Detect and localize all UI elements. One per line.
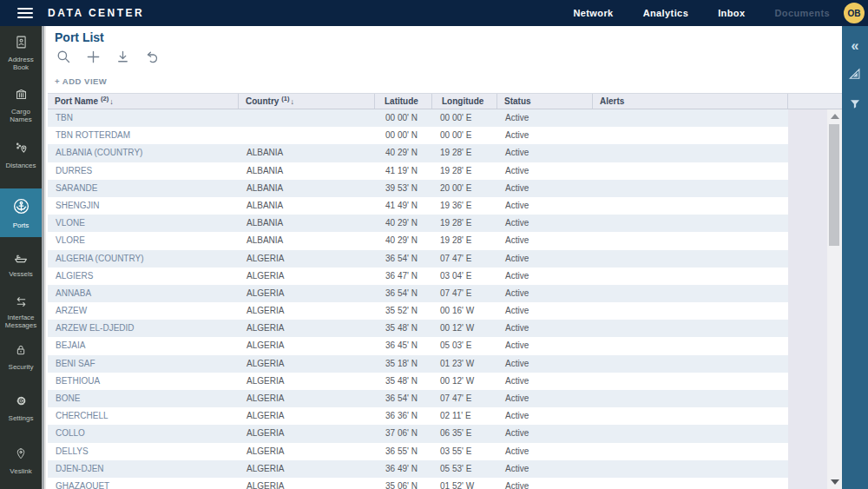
- table-row[interactable]: VLOREALBANIA40 29' N19 28' EActive: [48, 232, 788, 249]
- table-row[interactable]: SHENGJINALBANIA41 49' N19 36' EActive: [48, 197, 788, 215]
- table-cell: [593, 337, 788, 354]
- port-name-cell[interactable]: ALGERIA (COUNTRY): [48, 250, 239, 268]
- scrollbar-up-arrow-icon[interactable]: [831, 114, 839, 119]
- sidebar-item-interface-messages[interactable]: Interface Messages: [0, 294, 42, 331]
- table-row[interactable]: ANNABAALGERIA36 54' N07 47' EActive: [48, 285, 788, 302]
- table-row[interactable]: DJEN-DJENALGERIA36 49' N05 53' EActive: [48, 460, 788, 478]
- port-name-cell[interactable]: SARANDE: [48, 180, 239, 197]
- table-cell: Active: [497, 268, 593, 285]
- column-header-latitude[interactable]: Latitude: [375, 94, 432, 109]
- table-row[interactable]: GHAZAOUETALGERIA35 06' N01 52' WActive: [48, 478, 788, 489]
- table-cell: [593, 390, 788, 407]
- table-cell: ALGERIA: [239, 373, 375, 390]
- column-header-port-name[interactable]: Port Name(2)↓: [48, 94, 239, 109]
- table-row[interactable]: VLONEALBANIA40 29' N19 28' EActive: [48, 215, 788, 232]
- table-row[interactable]: ARZEW EL-DJEDIDALGERIA35 48' N00 12' WAc…: [48, 320, 788, 337]
- port-name-cell[interactable]: VLONE: [48, 215, 239, 232]
- table-cell: 35 48' N: [375, 320, 432, 337]
- table-row[interactable]: BENI SAFALGERIA35 18' N01 23' WActive: [48, 355, 788, 373]
- vertical-scrollbar[interactable]: [827, 109, 842, 489]
- table-cell: Active: [497, 425, 593, 442]
- table-row[interactable]: SARANDEALBANIA39 53' N20 00' EActive: [48, 180, 788, 197]
- table-row[interactable]: COLLOALGERIA37 06' N06 35' EActive: [48, 425, 788, 442]
- port-name-cell[interactable]: BETHIOUA: [48, 373, 239, 390]
- sidebar-item-vessels[interactable]: Vessels: [0, 249, 42, 280]
- download-icon[interactable]: [114, 48, 131, 65]
- port-name-cell[interactable]: ALBANIA (COUNTRY): [48, 144, 239, 162]
- sidebar-item-security[interactable]: Security: [0, 341, 42, 373]
- table-row[interactable]: TBN ROTTERDAM00 00' N00 00' EActive: [48, 127, 788, 144]
- add-view-button[interactable]: + ADD VIEW: [55, 76, 107, 86]
- nav-documents[interactable]: Documents: [775, 8, 831, 18]
- table-row[interactable]: BONEALGERIA36 54' N07 47' EActive: [48, 390, 788, 407]
- port-name-cell[interactable]: SHENGJIN: [48, 197, 239, 215]
- collapse-panel-icon[interactable]: «: [852, 38, 859, 54]
- sidebar-item-settings[interactable]: Settings: [0, 392, 42, 424]
- veslink-icon: [14, 446, 28, 465]
- port-name-cell[interactable]: CHERCHELL: [48, 407, 239, 425]
- column-header-status[interactable]: Status: [497, 94, 593, 109]
- security-icon: [14, 343, 28, 360]
- port-name-cell[interactable]: GHAZAOUET: [48, 478, 239, 489]
- table-cell: 35 18' N: [375, 355, 432, 373]
- add-icon[interactable]: [84, 48, 102, 65]
- port-name-cell[interactable]: ANNABA: [48, 285, 239, 302]
- port-name-cell[interactable]: BONE: [48, 390, 239, 407]
- scrollbar-thumb[interactable]: [829, 124, 839, 246]
- table-row[interactable]: ALGIERSALGERIA36 47' N03 04' EActive: [48, 268, 788, 285]
- table-row[interactable]: ALBANIA (COUNTRY)ALBANIA40 29' N19 28' E…: [48, 144, 788, 162]
- port-name-cell[interactable]: ARZEW: [48, 302, 239, 320]
- port-name-cell[interactable]: DURRES: [48, 162, 239, 180]
- port-name-cell[interactable]: TBN: [48, 109, 239, 127]
- table-row[interactable]: DELLYSALGERIA36 55' N03 55' EActive: [48, 443, 788, 460]
- undo-icon[interactable]: [143, 48, 161, 65]
- port-name-cell[interactable]: ALGIERS: [48, 268, 239, 285]
- table-row[interactable]: BETHIOUAALGERIA35 48' N00 12' WActive: [48, 373, 788, 390]
- settings-icon: [14, 393, 29, 412]
- port-name-cell[interactable]: VLORE: [48, 232, 239, 249]
- table-cell: 00 00' N: [375, 109, 432, 127]
- filter-icon[interactable]: [848, 97, 862, 115]
- port-name-cell[interactable]: TBN ROTTERDAM: [48, 127, 239, 144]
- table-cell: 00 16' W: [432, 302, 497, 320]
- table-cell: Active: [497, 215, 593, 232]
- port-name-cell[interactable]: BENI SAF: [48, 355, 239, 373]
- port-name-cell[interactable]: DELLYS: [48, 443, 239, 460]
- column-header-longitude[interactable]: Longitude: [432, 94, 497, 109]
- sidebar-item-distances[interactable]: Distances: [0, 139, 42, 171]
- table-cell: ALGERIA: [239, 478, 375, 489]
- sidebar-item-ports[interactable]: Ports: [0, 188, 42, 237]
- ports-icon: [12, 197, 30, 219]
- port-name-cell[interactable]: DJEN-DJEN: [48, 460, 239, 478]
- table-row[interactable]: CHERCHELLALGERIA36 36' N02 11' EActive: [48, 407, 788, 425]
- nav-inbox[interactable]: Inbox: [718, 8, 745, 18]
- sidebar-item-address-book[interactable]: Address Book: [0, 33, 42, 73]
- set-square-icon[interactable]: [847, 66, 863, 85]
- sidebar-item-veslink[interactable]: Veslink: [0, 445, 42, 477]
- avatar[interactable]: OB: [844, 3, 865, 23]
- table-cell: 36 36' N: [375, 407, 432, 425]
- table-row[interactable]: DURRESALBANIA41 19' N19 28' EActive: [48, 162, 788, 180]
- table-empty-area: [788, 109, 827, 489]
- port-name-cell[interactable]: ARZEW EL-DJEDID: [48, 320, 239, 337]
- table-row[interactable]: ARZEWALGERIA35 52' N00 16' WActive: [48, 302, 788, 320]
- port-name-cell[interactable]: COLLO: [48, 425, 239, 442]
- search-icon[interactable]: [55, 48, 72, 65]
- table-row[interactable]: BEJAIAALGERIA36 45' N05 03' EActive: [48, 337, 788, 354]
- top-nav: Network Analytics Inbox Documents: [573, 0, 830, 26]
- table-cell: 05 53' E: [432, 460, 497, 478]
- table-cell: [593, 407, 788, 425]
- column-header-country[interactable]: Country(1)↓: [239, 94, 375, 109]
- nav-network[interactable]: Network: [573, 8, 613, 18]
- sidebar-item-label: Settings: [9, 414, 34, 422]
- table-cell: ALGERIA: [239, 425, 375, 442]
- table-cell: Active: [497, 373, 593, 390]
- scrollbar-down-arrow-icon[interactable]: [831, 479, 839, 485]
- sidebar-item-cargo-names[interactable]: Cargo Names: [0, 85, 42, 125]
- column-header-alerts[interactable]: Alerts: [593, 94, 788, 109]
- table-row[interactable]: TBN00 00' N00 00' EActive: [48, 109, 788, 127]
- nav-analytics[interactable]: Analytics: [643, 8, 689, 18]
- hamburger-menu-icon[interactable]: [17, 8, 33, 18]
- table-row[interactable]: ALGERIA (COUNTRY)ALGERIA36 54' N07 47' E…: [48, 250, 788, 268]
- port-name-cell[interactable]: BEJAIA: [48, 337, 239, 354]
